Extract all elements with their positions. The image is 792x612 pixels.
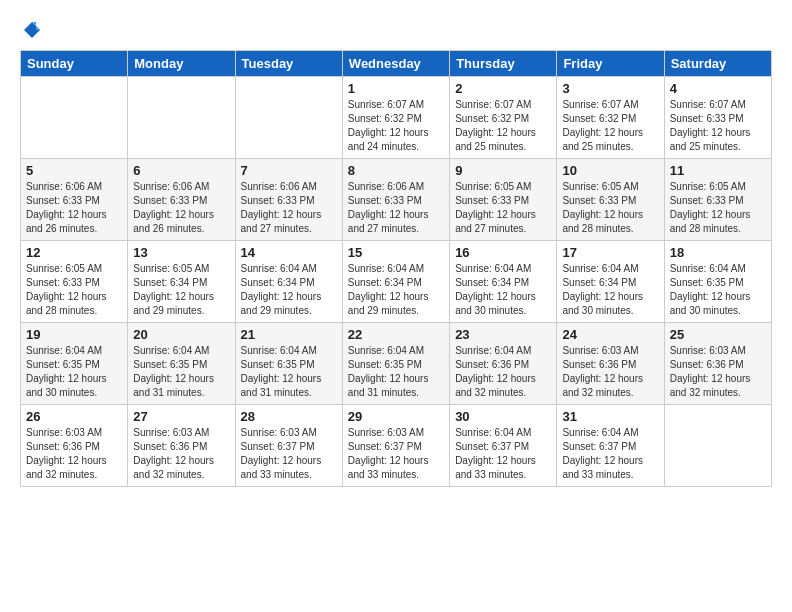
calendar-cell: 20Sunrise: 6:04 AM Sunset: 6:35 PM Dayli… (128, 323, 235, 405)
day-info: Sunrise: 6:04 AM Sunset: 6:34 PM Dayligh… (241, 262, 337, 318)
day-info: Sunrise: 6:05 AM Sunset: 6:34 PM Dayligh… (133, 262, 229, 318)
day-number: 15 (348, 245, 444, 260)
day-info: Sunrise: 6:03 AM Sunset: 6:36 PM Dayligh… (670, 344, 766, 400)
day-info: Sunrise: 6:07 AM Sunset: 6:32 PM Dayligh… (562, 98, 658, 154)
page-header (20, 20, 772, 40)
calendar-cell: 22Sunrise: 6:04 AM Sunset: 6:35 PM Dayli… (342, 323, 449, 405)
day-number: 19 (26, 327, 122, 342)
day-number: 26 (26, 409, 122, 424)
day-info: Sunrise: 6:05 AM Sunset: 6:33 PM Dayligh… (670, 180, 766, 236)
day-number: 3 (562, 81, 658, 96)
day-number: 18 (670, 245, 766, 260)
calendar-cell: 6Sunrise: 6:06 AM Sunset: 6:33 PM Daylig… (128, 159, 235, 241)
calendar-cell: 31Sunrise: 6:04 AM Sunset: 6:37 PM Dayli… (557, 405, 664, 487)
day-number: 11 (670, 163, 766, 178)
logo (20, 20, 42, 40)
day-number: 27 (133, 409, 229, 424)
day-info: Sunrise: 6:04 AM Sunset: 6:35 PM Dayligh… (26, 344, 122, 400)
calendar-cell: 21Sunrise: 6:04 AM Sunset: 6:35 PM Dayli… (235, 323, 342, 405)
day-number: 10 (562, 163, 658, 178)
day-number: 14 (241, 245, 337, 260)
calendar-cell: 26Sunrise: 6:03 AM Sunset: 6:36 PM Dayli… (21, 405, 128, 487)
day-info: Sunrise: 6:04 AM Sunset: 6:35 PM Dayligh… (670, 262, 766, 318)
day-info: Sunrise: 6:03 AM Sunset: 6:37 PM Dayligh… (241, 426, 337, 482)
day-number: 24 (562, 327, 658, 342)
day-number: 5 (26, 163, 122, 178)
day-number: 16 (455, 245, 551, 260)
day-number: 31 (562, 409, 658, 424)
day-number: 17 (562, 245, 658, 260)
calendar-cell (128, 77, 235, 159)
day-number: 22 (348, 327, 444, 342)
day-info: Sunrise: 6:04 AM Sunset: 6:36 PM Dayligh… (455, 344, 551, 400)
calendar-cell: 17Sunrise: 6:04 AM Sunset: 6:34 PM Dayli… (557, 241, 664, 323)
calendar-header-row: SundayMondayTuesdayWednesdayThursdayFrid… (21, 51, 772, 77)
calendar-cell: 23Sunrise: 6:04 AM Sunset: 6:36 PM Dayli… (450, 323, 557, 405)
day-info: Sunrise: 6:04 AM Sunset: 6:34 PM Dayligh… (455, 262, 551, 318)
calendar-cell: 19Sunrise: 6:04 AM Sunset: 6:35 PM Dayli… (21, 323, 128, 405)
calendar-cell: 5Sunrise: 6:06 AM Sunset: 6:33 PM Daylig… (21, 159, 128, 241)
day-number: 23 (455, 327, 551, 342)
day-number: 8 (348, 163, 444, 178)
logo-icon (22, 20, 42, 40)
calendar-header-thursday: Thursday (450, 51, 557, 77)
day-info: Sunrise: 6:06 AM Sunset: 6:33 PM Dayligh… (133, 180, 229, 236)
day-number: 28 (241, 409, 337, 424)
day-number: 9 (455, 163, 551, 178)
calendar-cell: 28Sunrise: 6:03 AM Sunset: 6:37 PM Dayli… (235, 405, 342, 487)
calendar-cell: 1Sunrise: 6:07 AM Sunset: 6:32 PM Daylig… (342, 77, 449, 159)
calendar-cell: 14Sunrise: 6:04 AM Sunset: 6:34 PM Dayli… (235, 241, 342, 323)
day-info: Sunrise: 6:07 AM Sunset: 6:32 PM Dayligh… (348, 98, 444, 154)
calendar-cell (21, 77, 128, 159)
day-number: 4 (670, 81, 766, 96)
day-info: Sunrise: 6:04 AM Sunset: 6:35 PM Dayligh… (348, 344, 444, 400)
calendar-header-saturday: Saturday (664, 51, 771, 77)
day-info: Sunrise: 6:07 AM Sunset: 6:32 PM Dayligh… (455, 98, 551, 154)
calendar-cell: 15Sunrise: 6:04 AM Sunset: 6:34 PM Dayli… (342, 241, 449, 323)
day-info: Sunrise: 6:05 AM Sunset: 6:33 PM Dayligh… (455, 180, 551, 236)
calendar-week-row: 19Sunrise: 6:04 AM Sunset: 6:35 PM Dayli… (21, 323, 772, 405)
calendar-cell: 7Sunrise: 6:06 AM Sunset: 6:33 PM Daylig… (235, 159, 342, 241)
calendar-cell: 16Sunrise: 6:04 AM Sunset: 6:34 PM Dayli… (450, 241, 557, 323)
day-info: Sunrise: 6:06 AM Sunset: 6:33 PM Dayligh… (26, 180, 122, 236)
calendar-cell: 13Sunrise: 6:05 AM Sunset: 6:34 PM Dayli… (128, 241, 235, 323)
day-info: Sunrise: 6:03 AM Sunset: 6:36 PM Dayligh… (562, 344, 658, 400)
calendar-cell: 11Sunrise: 6:05 AM Sunset: 6:33 PM Dayli… (664, 159, 771, 241)
calendar-header-tuesday: Tuesday (235, 51, 342, 77)
calendar-cell (664, 405, 771, 487)
day-number: 30 (455, 409, 551, 424)
day-info: Sunrise: 6:04 AM Sunset: 6:37 PM Dayligh… (455, 426, 551, 482)
calendar-cell: 4Sunrise: 6:07 AM Sunset: 6:33 PM Daylig… (664, 77, 771, 159)
calendar-cell: 10Sunrise: 6:05 AM Sunset: 6:33 PM Dayli… (557, 159, 664, 241)
day-number: 20 (133, 327, 229, 342)
day-number: 6 (133, 163, 229, 178)
day-info: Sunrise: 6:04 AM Sunset: 6:34 PM Dayligh… (348, 262, 444, 318)
day-number: 1 (348, 81, 444, 96)
calendar-cell: 12Sunrise: 6:05 AM Sunset: 6:33 PM Dayli… (21, 241, 128, 323)
calendar-header-friday: Friday (557, 51, 664, 77)
calendar-cell: 8Sunrise: 6:06 AM Sunset: 6:33 PM Daylig… (342, 159, 449, 241)
calendar-cell: 30Sunrise: 6:04 AM Sunset: 6:37 PM Dayli… (450, 405, 557, 487)
day-info: Sunrise: 6:03 AM Sunset: 6:36 PM Dayligh… (133, 426, 229, 482)
day-number: 2 (455, 81, 551, 96)
day-info: Sunrise: 6:05 AM Sunset: 6:33 PM Dayligh… (562, 180, 658, 236)
calendar-table: SundayMondayTuesdayWednesdayThursdayFrid… (20, 50, 772, 487)
day-number: 13 (133, 245, 229, 260)
day-number: 29 (348, 409, 444, 424)
day-info: Sunrise: 6:07 AM Sunset: 6:33 PM Dayligh… (670, 98, 766, 154)
day-info: Sunrise: 6:05 AM Sunset: 6:33 PM Dayligh… (26, 262, 122, 318)
calendar-cell: 25Sunrise: 6:03 AM Sunset: 6:36 PM Dayli… (664, 323, 771, 405)
day-number: 12 (26, 245, 122, 260)
day-info: Sunrise: 6:03 AM Sunset: 6:36 PM Dayligh… (26, 426, 122, 482)
day-info: Sunrise: 6:04 AM Sunset: 6:34 PM Dayligh… (562, 262, 658, 318)
calendar-header-sunday: Sunday (21, 51, 128, 77)
calendar-cell: 24Sunrise: 6:03 AM Sunset: 6:36 PM Dayli… (557, 323, 664, 405)
day-info: Sunrise: 6:03 AM Sunset: 6:37 PM Dayligh… (348, 426, 444, 482)
calendar-cell: 29Sunrise: 6:03 AM Sunset: 6:37 PM Dayli… (342, 405, 449, 487)
calendar-week-row: 1Sunrise: 6:07 AM Sunset: 6:32 PM Daylig… (21, 77, 772, 159)
calendar-cell: 2Sunrise: 6:07 AM Sunset: 6:32 PM Daylig… (450, 77, 557, 159)
calendar-week-row: 5Sunrise: 6:06 AM Sunset: 6:33 PM Daylig… (21, 159, 772, 241)
day-info: Sunrise: 6:04 AM Sunset: 6:35 PM Dayligh… (133, 344, 229, 400)
calendar-cell: 27Sunrise: 6:03 AM Sunset: 6:36 PM Dayli… (128, 405, 235, 487)
calendar-cell (235, 77, 342, 159)
